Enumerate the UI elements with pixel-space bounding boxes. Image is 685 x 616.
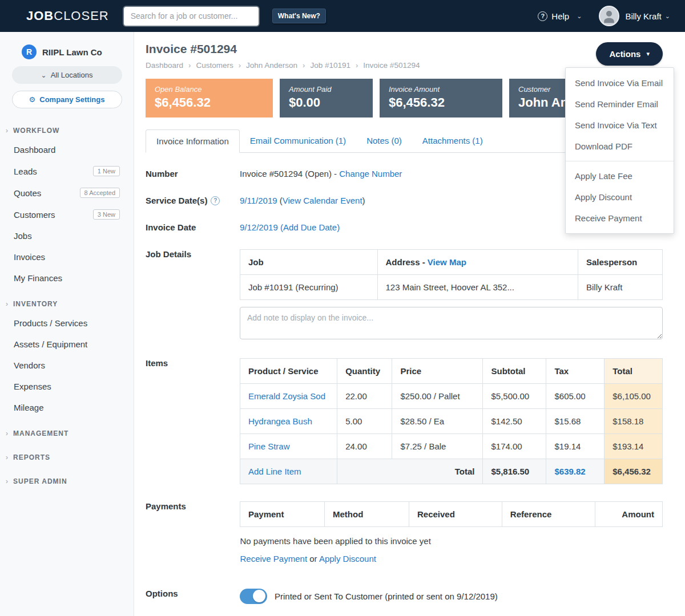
price-cell: $7.25 / Bale [392,434,483,459]
whats-new-button[interactable]: What's New? [272,9,326,23]
payments-empty-row: No payments have been applied to this in… [240,527,663,550]
breadcrumb-dashboard[interactable]: Dashboard [146,61,183,70]
product-link[interactable]: Emerald Zoysia Sod [248,391,325,401]
sidebar-item-vendors[interactable]: Vendors [0,355,134,376]
change-number-link[interactable]: Change Number [339,169,402,179]
person-icon [601,8,618,25]
grand-tax-link[interactable]: $639.82 [554,467,585,476]
app-logo[interactable]: JOBCLOSER [26,9,109,23]
tab-invoice-information[interactable]: Invoice Information [146,129,240,153]
breadcrumb-customers[interactable]: Customers [196,61,233,70]
add-line-item-link[interactable]: Add Line Item [248,467,301,476]
breadcrumb-job[interactable]: Job #10191 [310,61,350,70]
sidebar-item-mileage[interactable]: Mileage [0,397,134,418]
sidebar-item-label: Expenses [14,382,51,391]
items-table: Product / Service Quantity Price Subtota… [240,358,663,484]
or-text: or [309,554,317,564]
add-due-date-link[interactable]: (Add Due Date) [280,222,340,232]
sidebar-section-reports[interactable]: › REPORTS [0,442,134,466]
job-header: Job [240,250,378,275]
price-cell: $28.50 / Ea [392,409,483,434]
received-header: Received [409,502,502,527]
chevron-icon: › [6,127,8,135]
stat-label: Open Balance [155,85,264,94]
job-table-row: Job #10191 (Recurring) 123 Main Street, … [240,275,663,300]
sidebar-item-label: Mileage [14,403,44,412]
help-tooltip-icon[interactable]: ? [211,196,220,205]
user-name[interactable]: Billy Kraft [625,11,661,21]
stat-label: Invoice Amount [389,85,493,94]
total-cell: $158.18 [605,409,663,434]
topbar-right: ? Help ⌄ Billy Kraft ⌄ [538,6,670,26]
menu-item-apply-discount[interactable]: Apply Discount [566,187,674,208]
leads-badge: 1 New [93,166,120,176]
tab-notes[interactable]: Notes (0) [356,129,412,152]
sidebar-section-inventory[interactable]: › INVENTORY [0,289,134,313]
company-settings-button[interactable]: ⚙ Company Settings [12,91,122,108]
menu-item-receive-payment[interactable]: Receive Payment [566,208,674,229]
paren-close: ) [362,196,365,205]
chevron-icon: › [6,453,8,461]
breadcrumb-customer-name[interactable]: John Anderson [246,61,297,70]
sidebar-section-workflow[interactable]: › WORKFLOW [0,115,134,139]
page-title: Invoice #501294 [146,42,663,56]
help-menu[interactable]: ? Help ⌄ [538,11,582,21]
product-link[interactable]: Hydrangea Bush [248,416,312,426]
printed-sent-toggle[interactable] [240,589,267,604]
price-cell: $250.00 / Pallet [392,384,483,409]
sidebar-item-assets-equipment[interactable]: Assets / Equipment [0,334,134,355]
menu-item-apply-late-fee[interactable]: Apply Late Fee [566,165,674,187]
tax-cell: $15.68 [546,409,605,434]
all-locations-dropdown[interactable]: ⌄ All Locations [12,66,122,84]
tab-attachments[interactable]: Attachments (1) [412,129,493,152]
number-text: Invoice #501294 (Open) - [240,169,337,179]
sidebar-item-expenses[interactable]: Expenses [0,376,134,397]
customers-badge: 3 New [93,209,120,220]
menu-item-download-pdf[interactable]: Download PDF [566,136,674,157]
job-details-label: Job Details [146,248,240,259]
sidebar-item-quotes[interactable]: Quotes 8 Accepted [0,182,134,204]
view-calendar-event-link[interactable]: View Calendar Event [283,196,362,205]
company-settings-label: Company Settings [39,95,104,104]
sidebar-item-invoices[interactable]: Invoices [0,246,134,268]
receive-payment-link[interactable]: Receive Payment [240,554,308,564]
total-cell: $193.14 [605,434,663,459]
items-value: Product / Service Quantity Price Subtota… [240,356,663,484]
salesperson-cell: Billy Kraft [578,275,663,300]
invoice-date-link[interactable]: 9/12/2019 [240,222,278,232]
sidebar-item-products-services[interactable]: Products / Services [0,313,134,334]
sidebar-item-dashboard[interactable]: Dashboard [0,139,134,160]
sidebar-item-jobs[interactable]: Jobs [0,225,134,246]
stat-invoice-amount: Invoice Amount $6,456.32 [380,79,502,117]
sidebar-item-my-finances[interactable]: My Finances [0,268,134,289]
subtotal-cell: $5,500.00 [483,384,546,409]
user-avatar[interactable] [599,6,619,26]
stat-value: $6,456.32 [155,95,264,110]
stat-amount-paid: Amount Paid $0.00 [280,79,373,117]
global-search-input[interactable] [124,7,259,26]
payments-links-cell: Receive Payment or Apply Discount [240,549,663,572]
actions-button[interactable]: Actions ▾ [596,42,663,66]
sidebar-section-super-admin[interactable]: › SUPER ADMIN [0,466,134,490]
invoice-note-input[interactable] [240,307,663,339]
product-link[interactable]: Pine Straw [248,441,290,451]
tab-email-communication[interactable]: Email Communication (1) [240,129,356,152]
product-cell: Hydrangea Bush [240,409,337,434]
sidebar-item-leads[interactable]: Leads 1 New [0,160,134,182]
menu-item-send-invoice-email[interactable]: Send Invoice Via Email [566,72,674,94]
menu-item-send-invoice-text[interactable]: Send Invoice Via Text [566,115,674,136]
service-date-label: Service Date(s) [146,196,207,205]
payment-header: Payment [240,502,325,527]
view-map-link[interactable]: View Map [428,257,466,267]
grand-total-cell: $6,456.32 [605,459,663,484]
product-cell: Emerald Zoysia Sod [240,384,337,409]
service-date-link[interactable]: 9/11/2019 [240,196,277,205]
breadcrumb-separator: › [188,61,191,70]
menu-item-send-reminder-email[interactable]: Send Reminder Email [566,94,674,115]
product-service-header: Product / Service [240,359,337,384]
sidebar-section-management[interactable]: › MANAGEMENT [0,418,134,442]
sidebar-item-label: Invoices [14,252,45,262]
apply-discount-link[interactable]: Apply Discount [319,554,376,564]
sidebar-item-customers[interactable]: Customers 3 New [0,204,134,225]
menu-divider [566,161,674,161]
